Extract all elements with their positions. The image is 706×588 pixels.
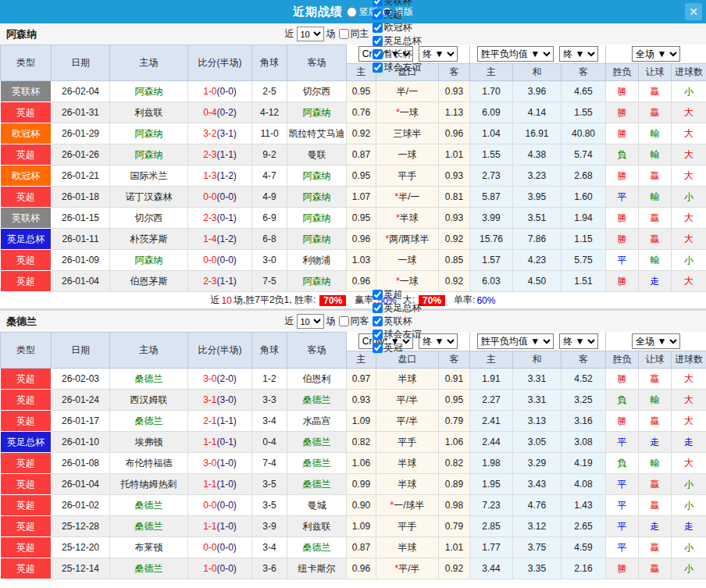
match-type-cell: 英超 xyxy=(1,453,52,474)
corner-cell: 3-5 xyxy=(252,474,287,495)
away-team-cell: 桑德兰 xyxy=(287,474,347,495)
match-row: 英超26-01-31利兹联0-4(0-2)4-12阿森纳0.76*一球1.136… xyxy=(1,102,706,123)
league-filter-checkbox[interactable] xyxy=(373,303,383,313)
handicap-line-text: 半球 xyxy=(398,479,417,490)
league-filter-球会友谊[interactable]: 球会友谊 xyxy=(372,61,422,74)
final-select-2[interactable]: 终 ▼ xyxy=(559,333,598,349)
handicap-away-odds-cell: 0.92 xyxy=(439,558,470,579)
summary-count: 10 xyxy=(222,295,232,306)
result-goals-cell: 走 xyxy=(672,432,706,453)
handicap-line-text: 平手 xyxy=(398,437,417,447)
result-handicap-cell: 輸 xyxy=(639,187,672,208)
league-filter-checkbox[interactable] xyxy=(373,9,383,20)
recent-count-select[interactable]: 10 xyxy=(297,314,324,329)
sub-header-goals: 进球数 xyxy=(672,351,706,369)
league-filter-英联杯[interactable]: 英联杯 xyxy=(372,315,422,328)
euro-draw-odds-cell: 16.91 xyxy=(513,123,562,144)
league-filter-英超[interactable]: 英超 xyxy=(372,8,422,21)
corner-cell: 1-2 xyxy=(252,369,287,390)
league-filter-英联杯[interactable]: 英联杯 xyxy=(372,0,422,8)
match-row: 英联杯26-02-04阿森纳1-0(0-0)2-5切尔西0.95半/一0.931… xyxy=(1,81,706,102)
halftime-score: (0-0) xyxy=(217,563,237,574)
euro-draw-odds-cell: 4.14 xyxy=(513,102,562,123)
score-cell: 1-1(0-1) xyxy=(188,432,252,453)
fulltime-score: 0-0 xyxy=(203,191,216,202)
euro-draw-odds-cell: 4.23 xyxy=(513,250,562,271)
handicap-away-odds-cell: 0.98 xyxy=(439,495,470,516)
handicap-home-odds-cell: 1.07 xyxy=(347,187,376,208)
away-team-cell: 阿森纳 xyxy=(287,208,347,229)
same-venue-filter[interactable]: 同主 xyxy=(338,27,369,41)
scope-select[interactable]: 全场 ▼ xyxy=(632,333,680,349)
handicap-home-odds-cell: 0.87 xyxy=(347,537,376,558)
league-filter-英超[interactable]: 英超 xyxy=(372,288,422,301)
average-select[interactable]: 胜平负均值 ▼ xyxy=(477,333,554,349)
result-handicap-cell: 贏 xyxy=(639,537,672,558)
result-goals-cell: 大 xyxy=(672,208,706,229)
euro-home-odds-cell: 2.73 xyxy=(470,166,513,187)
league-filter-checkbox[interactable] xyxy=(373,330,383,340)
league-filter-checkbox[interactable] xyxy=(373,36,383,46)
home-team-cell: 桑德兰 xyxy=(110,495,188,516)
league-filter-checkbox[interactable] xyxy=(373,316,383,326)
scope-select[interactable]: 全场 ▼ xyxy=(632,46,680,62)
league-filter-checkbox[interactable] xyxy=(373,0,383,6)
same-venue-checkbox[interactable] xyxy=(339,29,349,39)
final-select-2[interactable]: 终 ▼ xyxy=(559,46,598,62)
games-label: 场 xyxy=(326,27,336,41)
league-filter-checkbox[interactable] xyxy=(373,343,383,353)
league-filter-英冠[interactable]: 英冠 xyxy=(372,341,422,355)
sub-header-euro-home: 主 xyxy=(470,351,513,369)
league-filter-checkbox[interactable] xyxy=(373,23,383,33)
match-type-cell: 英超 xyxy=(1,102,52,123)
same-venue-checkbox[interactable] xyxy=(339,316,349,326)
euro-home-odds-cell: 15.76 xyxy=(470,229,513,250)
result-handicap-cell: 輸 xyxy=(639,390,672,411)
halftime-score: (0-0) xyxy=(217,542,237,553)
close-button[interactable]: ✕ xyxy=(685,3,702,20)
home-team-cell: 诺丁汉森林 xyxy=(110,187,188,208)
fulltime-score: 1-3 xyxy=(203,170,216,181)
handicap-line-text: 三球半 xyxy=(394,128,422,139)
average-select[interactable]: 胜平负均值 ▼ xyxy=(477,46,554,62)
league-filter-checkbox[interactable] xyxy=(373,49,383,59)
euro-away-odds-cell: 2.68 xyxy=(562,166,606,187)
league-filter-英足总杯[interactable]: 英足总杯 xyxy=(372,301,422,315)
euro-draw-odds-cell: 3.96 xyxy=(513,81,562,102)
euro-away-odds-cell: 1.51 xyxy=(562,271,606,292)
halftime-score: (1-0) xyxy=(217,479,237,490)
away-team-cell: 利兹联 xyxy=(287,516,347,537)
final-select[interactable]: 终 ▼ xyxy=(419,333,458,349)
league-filter-英足总杯[interactable]: 英足总杯 xyxy=(372,34,422,48)
handicap-away-odds-cell: 0.96 xyxy=(439,123,470,144)
home-team-cell: 托特纳姆热刺 xyxy=(110,474,188,495)
score-cell: 2-3(1-1) xyxy=(188,144,252,166)
home-team-cell: 朴茨茅斯 xyxy=(110,229,188,250)
match-type-cell: 英超 xyxy=(1,369,52,390)
match-type-cell: 英超 xyxy=(1,144,52,166)
handicap-away-odds-cell: 0.92 xyxy=(439,271,470,292)
match-type-cell: 英超 xyxy=(1,250,52,271)
same-venue-filter[interactable]: 同客 xyxy=(338,315,369,328)
halftime-score: (0-0) xyxy=(217,500,237,511)
league-filter-checkbox[interactable] xyxy=(373,290,383,300)
near-label: 近 xyxy=(285,315,294,328)
handicap-home-odds-cell: 0.95 xyxy=(347,81,376,102)
final-select[interactable]: 终 ▼ xyxy=(419,46,458,62)
score-cell: 3-1(3-0) xyxy=(188,390,252,411)
league-filter-球会友谊[interactable]: 球会友谊 xyxy=(372,328,422,341)
league-filter-首长杯[interactable]: 首长杯 xyxy=(372,48,422,61)
match-row: 英超26-01-26阿森纳2-3(1-1)9-2曼联0.87一球1.011.55… xyxy=(1,144,706,166)
col-header-score: 比分(半场) xyxy=(188,45,252,81)
score-cell: 2-1(1-1) xyxy=(188,411,252,432)
score-cell: 2-3(1-1) xyxy=(188,271,252,292)
euro-away-odds-cell: 3.25 xyxy=(562,390,606,411)
euro-away-odds-cell: 4.59 xyxy=(562,537,606,558)
league-filter-欧冠杯[interactable]: 欧冠杯 xyxy=(372,21,422,34)
match-type-cell: 英足总杯 xyxy=(1,432,52,453)
fulltime-score: 3-1 xyxy=(203,394,216,405)
result-goals-cell: 大 xyxy=(672,453,706,474)
recent-count-select[interactable]: 10 xyxy=(297,27,324,41)
match-row: 英超26-01-17桑德兰2-1(1-1)3-4水晶宫1.09平/半0.792.… xyxy=(1,411,706,432)
league-filter-checkbox[interactable] xyxy=(373,62,383,73)
